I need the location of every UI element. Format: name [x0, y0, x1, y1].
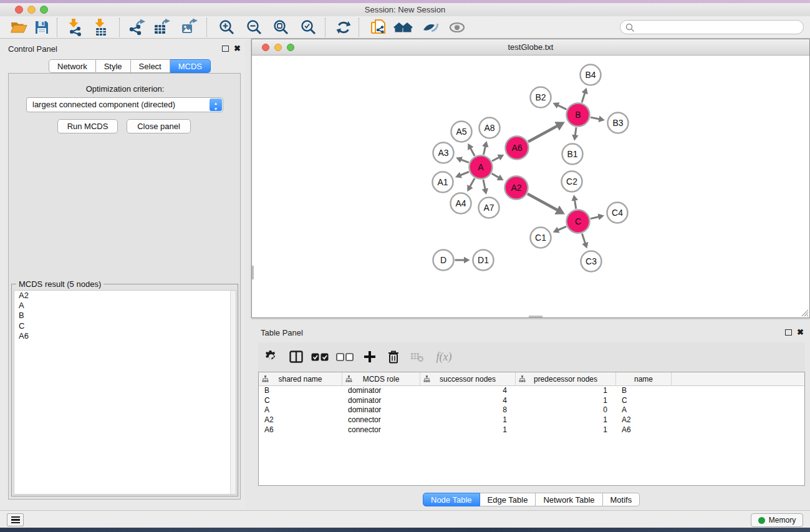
- tab-network[interactable]: Network: [49, 59, 96, 73]
- delete-table-icon[interactable]: [405, 347, 429, 367]
- node-table[interactable]: shared nameMCDS rolesuccessor nodesprede…: [258, 372, 805, 486]
- cell-name[interactable]: B: [616, 386, 672, 396]
- show-column-icon[interactable]: [284, 347, 308, 367]
- tab-select[interactable]: Select: [131, 59, 170, 73]
- cell-name[interactable]: A2: [616, 415, 672, 425]
- cell-MCDS-role[interactable]: dominator: [342, 396, 420, 406]
- cell-successor-nodes[interactable]: 4: [420, 386, 516, 396]
- edge-A-A1[interactable]: [460, 172, 469, 176]
- tab-motifs[interactable]: Motifs: [603, 493, 640, 506]
- column-header-name[interactable]: name: [616, 372, 672, 386]
- cell-MCDS-role[interactable]: connector: [342, 425, 420, 435]
- network-graph[interactable]: B4B2BB3A8A5A6A3B1AA1C2A2A4A7C4CC1C3DD1: [252, 56, 809, 317]
- cell-predecessor-nodes[interactable]: 0: [516, 405, 616, 415]
- reset-network-view-icon[interactable]: [393, 17, 414, 37]
- mcds-result-list[interactable]: A2ABCA6: [14, 290, 236, 495]
- scrollbar-track[interactable]: [230, 291, 236, 494]
- column-header-shared-name[interactable]: shared name: [259, 372, 342, 386]
- memory-button[interactable]: Memory: [751, 513, 803, 527]
- table-row[interactable]: Bdominator41B: [259, 386, 804, 396]
- cell-name[interactable]: A: [616, 405, 672, 415]
- cell-successor-nodes[interactable]: 1: [420, 425, 516, 435]
- function-builder-icon[interactable]: f(x): [429, 347, 459, 367]
- column-header-MCDS-role[interactable]: MCDS role: [342, 372, 420, 386]
- cell-MCDS-role[interactable]: dominator: [342, 386, 420, 396]
- edge-B-B3[interactable]: [591, 117, 599, 119]
- edge-A-A3[interactable]: [461, 160, 469, 163]
- edge-A-A8[interactable]: [483, 146, 485, 155]
- table-row[interactable]: A6connector11A6: [259, 425, 804, 435]
- mcds-result-item[interactable]: C: [14, 321, 236, 331]
- horizontal-scroll-nub[interactable]: [529, 316, 542, 317]
- cell-shared-name[interactable]: A: [259, 405, 342, 415]
- resize-grip[interactable]: [801, 309, 809, 317]
- edge-A-A7[interactable]: [483, 180, 485, 189]
- column-header-successor-nodes[interactable]: successor nodes: [420, 372, 516, 386]
- close-table-panel-icon[interactable]: ✖: [797, 329, 804, 336]
- mcds-result-item[interactable]: A6: [14, 331, 236, 341]
- tab-mcds[interactable]: MCDS: [170, 59, 211, 73]
- search-box[interactable]: [620, 20, 804, 34]
- apply-preferred-layout-icon[interactable]: [333, 17, 354, 37]
- deselect-all-columns-icon[interactable]: [332, 347, 358, 367]
- edge-A-A6[interactable]: [492, 157, 499, 161]
- table-settings-icon[interactable]: [258, 347, 284, 367]
- column-header-predecessor-nodes[interactable]: predecessor nodes: [516, 372, 616, 386]
- show-hide-panels-icon[interactable]: [446, 17, 468, 37]
- delete-columns-icon[interactable]: [382, 347, 405, 367]
- edge-C-C2[interactable]: [575, 200, 576, 209]
- edge-A-A5[interactable]: [470, 148, 475, 156]
- export-image-icon[interactable]: [179, 17, 200, 37]
- edge-B-B4[interactable]: [582, 93, 585, 103]
- cell-MCDS-role[interactable]: connector: [342, 415, 420, 425]
- tab-network-table[interactable]: Network Table: [536, 493, 602, 506]
- tab-edge-table[interactable]: Edge Table: [480, 493, 536, 506]
- close-panel-icon[interactable]: ✖: [234, 45, 241, 52]
- zoom-out-icon[interactable]: [244, 17, 265, 37]
- cell-successor-nodes[interactable]: 4: [420, 396, 516, 406]
- table-row[interactable]: Adominator80A: [259, 405, 804, 415]
- show-task-history-button[interactable]: [7, 513, 24, 526]
- cell-predecessor-nodes[interactable]: 1: [516, 396, 616, 406]
- tab-node-table[interactable]: Node Table: [423, 493, 480, 506]
- show-graphics-details-icon[interactable]: [420, 17, 441, 37]
- open-session-icon[interactable]: [8, 17, 29, 37]
- network-graph-canvas[interactable]: B4B2BB3A8A5A6A3B1AA1C2A2A4A7C4CC1C3DD1: [252, 56, 809, 317]
- cell-successor-nodes[interactable]: 1: [420, 415, 516, 425]
- zoom-fit-icon[interactable]: [271, 17, 292, 37]
- criterion-dropdown[interactable]: largest connected component (directed) ▲…: [26, 97, 223, 112]
- cell-predecessor-nodes[interactable]: 1: [516, 386, 616, 396]
- select-all-columns-icon[interactable]: [308, 347, 332, 367]
- edge-B-B2[interactable]: [557, 105, 566, 110]
- cell-shared-name[interactable]: C: [259, 396, 342, 406]
- import-table-icon[interactable]: [90, 17, 112, 37]
- tab-style[interactable]: Style: [96, 59, 131, 73]
- cell-name[interactable]: C: [616, 396, 672, 406]
- mcds-result-item[interactable]: B: [14, 311, 236, 321]
- edge-A-A2[interactable]: [492, 173, 499, 178]
- cell-name[interactable]: A6: [616, 425, 672, 435]
- zoom-in-icon[interactable]: [216, 17, 238, 37]
- clone-network-icon[interactable]: [368, 17, 389, 37]
- cell-shared-name[interactable]: A2: [259, 415, 342, 425]
- table-row[interactable]: Cdominator41C: [259, 396, 804, 406]
- cell-successor-nodes[interactable]: 8: [420, 405, 516, 415]
- save-session-icon[interactable]: [31, 17, 52, 37]
- edge-C-C3[interactable]: [582, 234, 585, 244]
- edge-A2-C[interactable]: [528, 194, 558, 211]
- zoom-selected-icon[interactable]: [298, 17, 319, 37]
- cell-shared-name[interactable]: B: [259, 386, 342, 396]
- cell-predecessor-nodes[interactable]: 1: [516, 415, 616, 425]
- float-panel-icon[interactable]: [222, 46, 229, 52]
- close-panel-button[interactable]: Close panel: [127, 119, 191, 133]
- run-mcds-button[interactable]: Run MCDS: [57, 119, 118, 133]
- export-table-icon[interactable]: [152, 17, 173, 37]
- vertical-scroll-nub[interactable]: [252, 266, 254, 279]
- mcds-result-item[interactable]: A: [14, 301, 236, 311]
- edge-C-C1[interactable]: [558, 226, 567, 230]
- edge-A-A4[interactable]: [470, 178, 475, 187]
- create-column-icon[interactable]: [358, 347, 382, 367]
- cell-shared-name[interactable]: A6: [259, 425, 342, 435]
- table-row[interactable]: A2connector11A2: [259, 415, 804, 425]
- cell-predecessor-nodes[interactable]: 1: [516, 425, 616, 435]
